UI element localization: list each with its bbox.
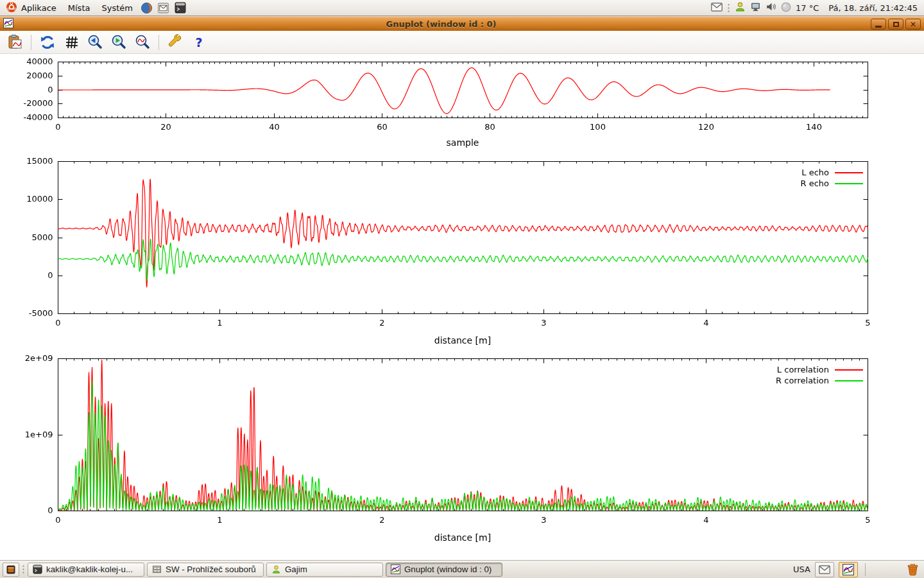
legend-label: R correlation bbox=[776, 376, 829, 385]
legend-entry: L echo bbox=[800, 167, 863, 178]
window-icon bbox=[3, 18, 13, 31]
trash-icon[interactable] bbox=[905, 561, 920, 578]
plot3-xlabel: distance [m] bbox=[366, 532, 559, 543]
maximize-button[interactable] bbox=[888, 19, 903, 30]
menu-applications-label: Aplikace bbox=[21, 3, 56, 13]
plot-area: sample distance [m] distance [m] L echo … bbox=[0, 54, 924, 560]
top-panel: Aplikace Místa Systém 17 °C Pá, 18. září… bbox=[0, 0, 924, 16]
replot-button[interactable] bbox=[37, 32, 58, 52]
plot2-xlabel: distance [m] bbox=[366, 335, 559, 346]
plot2-legend: L echo R echo bbox=[800, 167, 863, 189]
menu-system[interactable]: Systém bbox=[96, 0, 138, 16]
copy-plot-button[interactable] bbox=[4, 32, 26, 52]
legend-label: R echo bbox=[800, 179, 829, 188]
close-button[interactable]: ✕ bbox=[905, 19, 921, 30]
task-label: Gnuplot (window id : 0) bbox=[404, 565, 492, 574]
legend-line-sample bbox=[835, 380, 863, 381]
email-launcher-icon[interactable] bbox=[155, 0, 172, 16]
ubuntu-logo-icon bbox=[6, 1, 17, 15]
configure-button[interactable] bbox=[164, 32, 186, 52]
legend-entry: R echo bbox=[800, 178, 863, 189]
temperature-label[interactable]: 17 °C bbox=[796, 3, 819, 13]
volume-icon[interactable] bbox=[766, 1, 776, 14]
mail-notification-icon[interactable] bbox=[711, 3, 723, 13]
help-button[interactable]: ? bbox=[188, 32, 210, 52]
minimize-button[interactable] bbox=[871, 19, 886, 30]
zoom-previous-button[interactable] bbox=[84, 32, 106, 52]
firefox-launcher-icon[interactable] bbox=[139, 0, 155, 16]
gnuplot-window: Gnuplot (window id : 0) ✕ ? s bbox=[0, 17, 924, 560]
task-terminal[interactable]: kaklik@kaklik-kolej-u... bbox=[28, 563, 144, 577]
task-gajim[interactable]: Gajim bbox=[266, 563, 383, 577]
keyboard-layout-indicator[interactable]: USA bbox=[793, 565, 810, 574]
terminal-launcher-icon[interactable] bbox=[172, 0, 189, 16]
show-desktop-button[interactable] bbox=[3, 563, 19, 577]
task-gnuplot[interactable]: Gnuplot (window id : 0) bbox=[386, 563, 502, 577]
window-list-handle[interactable] bbox=[22, 564, 25, 575]
taskbar: kaklik@kaklik-kolej-u... SW - Prohlížeč … bbox=[0, 560, 924, 578]
plot3-legend: L correlation R correlation bbox=[776, 364, 863, 386]
toolbar: ? bbox=[0, 31, 924, 54]
zoom-next-button[interactable] bbox=[108, 32, 130, 52]
menu-system-label: Systém bbox=[101, 3, 132, 13]
taskbar-separator bbox=[865, 563, 866, 576]
legend-label: L echo bbox=[801, 168, 829, 177]
menu-places[interactable]: Místa bbox=[62, 0, 96, 16]
menu-applications[interactable]: Aplikace bbox=[0, 0, 62, 16]
plots-canvas[interactable] bbox=[0, 54, 924, 560]
buddy-status-icon[interactable] bbox=[735, 1, 746, 14]
task-file-manager[interactable]: SW - Prohlížeč souborů bbox=[147, 563, 264, 577]
weather-icon[interactable] bbox=[781, 2, 791, 14]
mail-tray-button[interactable] bbox=[815, 562, 834, 577]
gnuplot-tray-button[interactable] bbox=[839, 562, 858, 577]
display-settings-icon[interactable] bbox=[750, 1, 761, 14]
toggle-grid-button[interactable] bbox=[60, 32, 82, 52]
legend-line-sample bbox=[835, 369, 863, 371]
task-label: kaklik@kaklik-kolej-u... bbox=[46, 565, 133, 574]
clock[interactable]: Pá, 18. září, 21:42:45 bbox=[828, 3, 918, 13]
plot1-xlabel: sample bbox=[366, 137, 559, 148]
window-title: Gnuplot (window id : 0) bbox=[13, 19, 869, 29]
menu-places-label: Místa bbox=[68, 3, 90, 13]
legend-entry: R correlation bbox=[776, 375, 863, 386]
applet-handle[interactable] bbox=[727, 3, 730, 13]
titlebar[interactable]: Gnuplot (window id : 0) ✕ bbox=[0, 17, 924, 31]
legend-line-sample bbox=[835, 172, 863, 173]
zoom-autoscale-button[interactable] bbox=[132, 32, 153, 52]
legend-entry: L correlation bbox=[776, 364, 863, 375]
task-label: Gajim bbox=[285, 565, 307, 574]
legend-line-sample bbox=[835, 183, 863, 184]
toolbar-separator bbox=[158, 35, 159, 50]
legend-label: L correlation bbox=[777, 365, 829, 374]
toolbar-separator bbox=[31, 35, 31, 50]
task-label: SW - Prohlížeč souborů bbox=[166, 565, 256, 574]
